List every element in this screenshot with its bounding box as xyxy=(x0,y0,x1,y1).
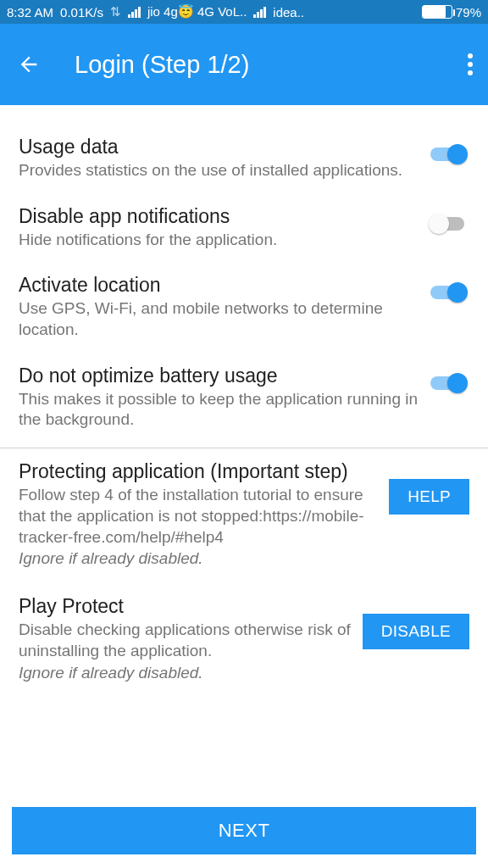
updown-icon: ⇅ xyxy=(110,4,121,19)
row-protecting-application: Protecting application (Important step) … xyxy=(0,448,488,580)
row-desc: This makes it possible to keep the appli… xyxy=(19,389,419,431)
row-note: Ignore if already disabled. xyxy=(19,664,352,682)
row-title: Disable app notifications xyxy=(19,205,419,228)
signal-icon-2 xyxy=(253,6,266,18)
row-usage-data[interactable]: Usage data Provides statistics on the us… xyxy=(0,110,488,193)
content: Allows you to take captures from the pho… xyxy=(0,105,488,868)
disable-button[interactable]: DISABLE xyxy=(363,614,469,649)
toggle-battery-optimize[interactable] xyxy=(429,370,469,395)
row-activate-location[interactable]: Activate location Use GPS, Wi-Fi, and mo… xyxy=(0,262,488,352)
toggle-activate-location[interactable] xyxy=(429,279,469,304)
row-play-protect: Play Protect Disable checking applicatio… xyxy=(0,580,488,693)
row-title: Protecting application (Important step) xyxy=(19,460,379,483)
row-desc: Follow step 4 of the installation tutori… xyxy=(19,485,379,548)
row-battery-optimize[interactable]: Do not optimize battery usage This makes… xyxy=(0,353,488,442)
app-bar: Login (Step 1/2) xyxy=(0,24,488,105)
arrow-back-icon xyxy=(17,53,41,76)
status-carrier2: idea.. xyxy=(273,5,304,19)
toggle-disable-notifications[interactable] xyxy=(429,210,469,236)
help-button[interactable]: HELP xyxy=(389,479,469,515)
row-title: Do not optimize battery usage xyxy=(19,364,419,387)
status-carrier1: jio 4g😇 4G VoL.. xyxy=(147,4,247,19)
status-time: 8:32 AM xyxy=(7,5,53,19)
footer: NEXT xyxy=(0,798,488,868)
row-title: Play Protect xyxy=(19,595,352,618)
page-title: Login (Step 1/2) xyxy=(75,51,249,79)
status-bar: 8:32 AM 0.01K/s ⇅ jio 4g😇 4G VoL.. idea.… xyxy=(0,0,488,24)
partial-row[interactable]: Allows you to take captures from the pho… xyxy=(0,105,488,110)
row-desc: Provides statistics on the use of instal… xyxy=(19,160,419,181)
next-button[interactable]: NEXT xyxy=(12,807,476,854)
row-disable-notifications[interactable]: Disable app notifications Hide notificat… xyxy=(0,193,488,263)
back-button[interactable] xyxy=(12,47,46,81)
row-title: Usage data xyxy=(19,136,419,159)
row-title: Activate location xyxy=(19,274,419,297)
battery-percent: 79% xyxy=(456,5,481,19)
battery-icon xyxy=(422,5,452,19)
toggle-usage-data[interactable] xyxy=(429,141,469,166)
overflow-menu-button[interactable] xyxy=(468,53,473,75)
row-desc: Hide notifications for the application. xyxy=(19,230,419,251)
row-desc: Use GPS, Wi-Fi, and mobile networks to d… xyxy=(19,298,419,340)
status-speed: 0.01K/s xyxy=(60,5,103,19)
row-note: Ignore if already disabled. xyxy=(19,549,379,568)
signal-icon-1 xyxy=(128,6,141,18)
row-desc: Disable checking applications otherwise … xyxy=(19,620,352,661)
